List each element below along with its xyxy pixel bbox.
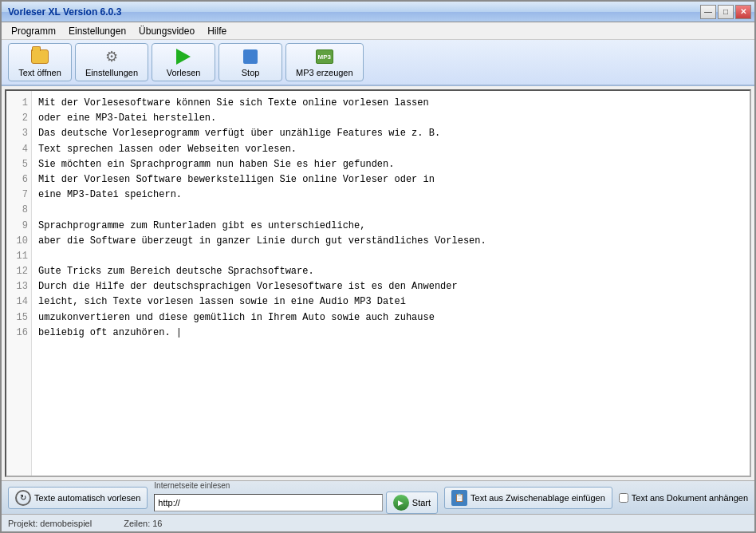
play-icon bbox=[174, 47, 193, 66]
menu-bar: Programm Einstellungen Übungsvideo Hilfe bbox=[2, 22, 754, 40]
read-aloud-button[interactable]: Vorlesen bbox=[152, 43, 215, 81]
folder-icon bbox=[30, 47, 49, 66]
start-icon: ▶ bbox=[393, 495, 409, 511]
title-bar-buttons: — □ ✕ bbox=[700, 5, 751, 19]
clipboard-button[interactable]: 📋 Text aus Zwischenablage einfügen bbox=[444, 487, 612, 509]
append-section: Text ans Dokument anhängen bbox=[619, 493, 748, 503]
open-text-label: Text öffnen bbox=[18, 68, 61, 77]
close-button[interactable]: ✕ bbox=[735, 5, 751, 19]
mp3-icon: MP3 bbox=[315, 47, 334, 66]
text-editor-area[interactable]: 12345678910111213141516 Mit der Vorleses… bbox=[5, 89, 751, 477]
clipboard-icon: 📋 bbox=[451, 490, 467, 506]
window-title: Vorleser XL Version 6.0.3 bbox=[8, 6, 121, 18]
mp3-create-button[interactable]: MP3 MP3 erzeugen bbox=[285, 43, 364, 81]
stop-icon bbox=[241, 47, 260, 66]
auto-read-button[interactable]: ↻ Texte automatisch vorlesen bbox=[8, 487, 148, 509]
url-input[interactable] bbox=[154, 494, 383, 511]
open-text-button[interactable]: Text öffnen bbox=[8, 43, 72, 81]
clipboard-label: Text aus Zwischenablage einfügen bbox=[471, 493, 605, 503]
settings-label: Einstellungen bbox=[85, 68, 138, 77]
lines-status: Zeilen: 16 bbox=[124, 519, 162, 528]
read-aloud-label: Vorlesen bbox=[167, 68, 201, 77]
append-checkbox[interactable] bbox=[619, 493, 628, 503]
stop-label: Stop bbox=[242, 68, 260, 77]
start-button[interactable]: ▶ Start bbox=[386, 492, 438, 514]
gear-icon: ⚙ bbox=[102, 47, 121, 66]
minimize-button[interactable]: — bbox=[700, 5, 716, 19]
menu-hilfe[interactable]: Hilfe bbox=[201, 24, 233, 38]
append-label: Text ans Dokument anhängen bbox=[632, 493, 748, 503]
bottom-bar: ↻ Texte automatisch vorlesen Internetsei… bbox=[2, 480, 754, 514]
mp3-create-label: MP3 erzeugen bbox=[296, 68, 353, 77]
main-window: Vorleser XL Version 6.0.3 — □ ✕ Programm… bbox=[0, 0, 756, 533]
stop-button[interactable]: Stop bbox=[219, 43, 282, 81]
maximize-button[interactable]: □ bbox=[718, 5, 734, 19]
url-section-label: Internetseite einlesen bbox=[154, 481, 438, 490]
start-label: Start bbox=[412, 498, 431, 507]
menu-uebungsvideo[interactable]: Übungsvideo bbox=[132, 24, 201, 38]
line-numbers: 12345678910111213141516 bbox=[6, 91, 32, 476]
settings-button[interactable]: ⚙ Einstellungen bbox=[75, 43, 148, 81]
menu-einstellungen[interactable]: Einstellungen bbox=[62, 24, 132, 38]
text-display[interactable]: Mit der Vorlesesoftware können Sie sich … bbox=[32, 91, 750, 476]
auto-read-label: Texte automatisch vorlesen bbox=[34, 493, 140, 503]
title-bar: Vorleser XL Version 6.0.3 — □ ✕ bbox=[2, 2, 754, 22]
project-status: Projekt: demobeispiel bbox=[8, 519, 92, 528]
toolbar: Text öffnen ⚙ Einstellungen Vorlesen Sto… bbox=[2, 40, 754, 86]
status-bar: Projekt: demobeispiel Zeilen: 16 bbox=[2, 514, 754, 531]
url-section: Internetseite einlesen ▶ Start bbox=[154, 481, 438, 514]
auto-read-icon: ↻ bbox=[15, 490, 31, 506]
menu-programm[interactable]: Programm bbox=[5, 24, 62, 38]
url-row: ▶ Start bbox=[154, 492, 438, 514]
